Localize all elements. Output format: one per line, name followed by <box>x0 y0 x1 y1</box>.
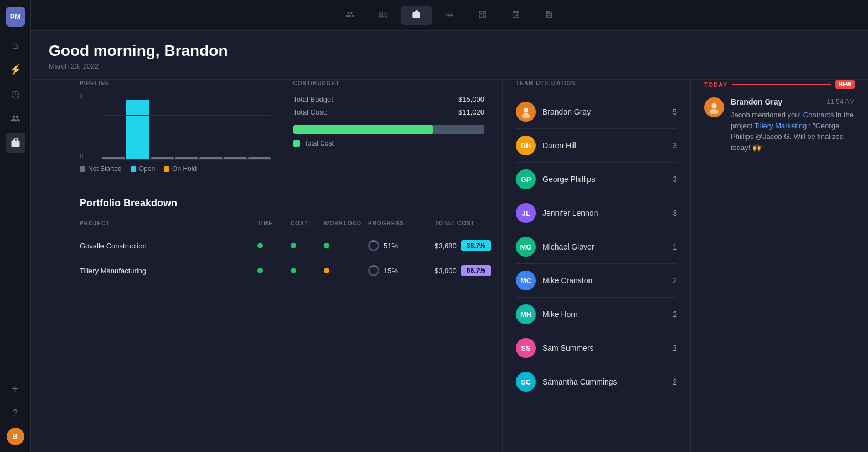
time-cell-1 <box>257 243 291 248</box>
today-line <box>732 84 830 85</box>
progress-circle-2 <box>368 265 379 276</box>
sidebar-help-button[interactable]: ? <box>6 403 25 423</box>
member-count-sam: 2 <box>673 344 677 352</box>
docs-icon <box>545 10 554 20</box>
pipeline-section: PIPELINE 2 0 <box>80 80 271 173</box>
nav-tab-portfolio[interactable] <box>368 6 399 25</box>
total-cost-cell-2: $3,000 66.7% <box>435 265 484 276</box>
member-avatar-brandon <box>516 102 536 122</box>
chart-legend: Not Started Open On Hold <box>80 165 271 173</box>
team-member-brandon[interactable]: Brandon Gray 5 <box>516 95 677 129</box>
chart-y-labels: 2 0 <box>80 93 99 159</box>
budget-bars <box>293 125 485 134</box>
legend-open-dot <box>131 166 136 172</box>
col-cost: COST <box>291 220 324 226</box>
new-badge: NEW <box>835 80 855 89</box>
project-name-1: Govalle Construction <box>80 242 257 250</box>
sidebar-item-people[interactable] <box>6 108 25 128</box>
progress-percent-1: 51% <box>384 242 398 250</box>
contracts-link[interactable]: Contracts <box>803 111 834 119</box>
member-avatar-george: GP <box>516 169 536 189</box>
member-name-george: George Phillips <box>542 175 666 184</box>
nav-tab-docs[interactable] <box>534 6 565 25</box>
budget-legend: Total Cost <box>293 139 485 147</box>
budget-bar-fill <box>293 125 433 134</box>
nav-tab-calendar[interactable] <box>500 6 531 25</box>
budget-bar-track <box>293 125 485 134</box>
workstream-time: 11:54 AM <box>826 98 855 106</box>
workstream-panel: Workstream TODAY NEW Brandon Gray 11:54 … <box>691 44 868 452</box>
member-name-sam: Sam Summers <box>542 344 666 352</box>
calendar-icon <box>512 10 520 20</box>
time-dot-2 <box>257 268 263 273</box>
team-member-michael[interactable]: MG Michael Glover 1 <box>516 230 677 264</box>
team-member-daren[interactable]: DH Daren Hill 3 <box>516 129 677 163</box>
user-avatar[interactable]: B <box>7 428 24 445</box>
legend-on-hold-dot <box>164 166 169 172</box>
pipeline-chart: 2 0 <box>80 93 271 159</box>
team-member-horn[interactable]: MH Mike Horn 2 <box>516 298 677 331</box>
nav-tab-board[interactable] <box>467 6 498 25</box>
nav-tab-project[interactable] <box>401 6 432 25</box>
cost-dot-1 <box>291 243 296 248</box>
member-avatar-jennifer: JL <box>516 203 536 223</box>
badge-1: 38.7% <box>461 240 491 251</box>
sidebar-item-home[interactable]: ⌂ <box>6 35 25 55</box>
team-member-cranston[interactable]: MC Mike Cranston 2 <box>516 264 677 298</box>
member-name-horn: Mike Horn <box>542 310 666 319</box>
svg-point-2 <box>711 103 716 108</box>
legend-open-label: Open <box>139 165 155 173</box>
col-progress: PROGRESS <box>368 220 435 226</box>
total-cost-value: $11,020 <box>458 108 484 116</box>
total-cost-cell-1: $3,680 38.7% <box>435 240 484 251</box>
member-name-daren: Daren Hill <box>542 141 666 150</box>
sidebar-item-activity[interactable]: ⚡ <box>6 60 25 80</box>
member-name-cranston: Mike Cranston <box>542 276 666 285</box>
nav-tab-list[interactable] <box>434 6 465 25</box>
workload-cell-1 <box>324 243 368 248</box>
cost-cell-2 <box>291 268 324 273</box>
cost-cell-1 <box>291 243 324 248</box>
nav-tab-team[interactable] <box>334 6 365 25</box>
legend-open: Open <box>131 165 155 173</box>
workstream-header: Brandon Gray 11:54 AM <box>731 97 855 106</box>
workstream-content: Brandon Gray 11:54 AM Jacob mentioned yo… <box>731 97 855 153</box>
team-member-jennifer[interactable]: JL Jennifer Lennon 3 <box>516 196 677 230</box>
workload-dot-2 <box>324 268 329 273</box>
time-cell-2 <box>257 268 291 273</box>
member-count-daren: 3 <box>673 141 677 150</box>
sidebar-item-briefcase[interactable] <box>6 133 25 153</box>
workstream-message: Jacob mentioned you! Contracts in the pr… <box>731 110 855 153</box>
workstream-avatar <box>704 97 724 117</box>
greeting-title: Good morning, Brandon <box>49 42 850 60</box>
team-member-sam[interactable]: SS Sam Summers 2 <box>516 331 677 365</box>
sidebar-add-button[interactable]: + <box>6 379 25 399</box>
table-row: Govalle Construction 51% <box>80 233 484 258</box>
legend-on-hold-label: On Hold <box>172 165 197 173</box>
legend-on-hold: On Hold <box>164 165 197 173</box>
col-project: PROJECT <box>80 220 257 226</box>
time-dot-1 <box>257 243 263 248</box>
portfolio-icon <box>379 10 388 20</box>
content-area: Portfolio Summary PIPELINE 2 <box>62 44 868 452</box>
page-header: Good morning, Brandon March 23, 2022 <box>31 31 868 80</box>
team-member-samantha[interactable]: SC Samantha Cummings 2 <box>516 365 677 398</box>
app-logo[interactable]: PM <box>6 7 25 27</box>
tillery-link[interactable]: Tillery Marketing <box>754 122 807 130</box>
progress-circle-1 <box>368 240 379 251</box>
member-count-george: 3 <box>673 175 677 184</box>
member-count-michael: 1 <box>673 242 677 251</box>
member-count-brandon: 5 <box>673 107 677 116</box>
grid-line-mid2 <box>102 137 271 137</box>
team-member-george[interactable]: GP George Phillips 3 <box>516 163 677 196</box>
legend-not-started-dot <box>80 166 85 172</box>
sidebar-item-clock[interactable]: ◷ <box>6 84 25 104</box>
member-avatar-michael: MG <box>516 237 536 257</box>
total-budget-value: $15,000 <box>458 95 484 103</box>
member-avatar-daren: DH <box>516 136 536 155</box>
member-avatar-cranston: MC <box>516 271 536 290</box>
member-count-jennifer: 3 <box>673 209 677 217</box>
workstream-item: Brandon Gray 11:54 AM Jacob mentioned yo… <box>704 97 855 153</box>
member-count-horn: 2 <box>673 310 677 319</box>
cost-budget-label: COST/BUDGET <box>293 80 485 86</box>
